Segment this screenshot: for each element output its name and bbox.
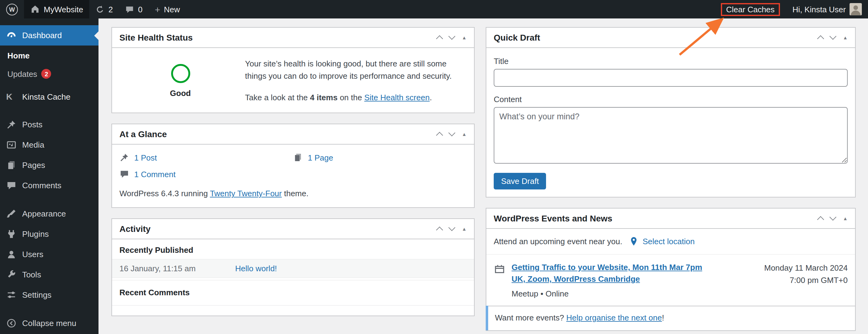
dashboard-content: Site Health Status Good Y: [98, 19, 868, 334]
comments-count-link[interactable]: 1 Comment: [134, 170, 176, 179]
widget-controls: [818, 215, 848, 222]
toggle-panel-button[interactable]: [462, 35, 467, 40]
widget-title: At a Glance: [119, 130, 167, 139]
glance-comments: 1 Comment: [119, 169, 293, 179]
events-news-body: Attend an upcoming event near you. Selec…: [486, 229, 855, 330]
move-up-button[interactable]: [817, 35, 824, 42]
sidebar-item-kinsta-cache[interactable]: K Kinsta Cache: [0, 87, 98, 106]
home-icon: [30, 4, 40, 14]
plugin-icon: [6, 229, 17, 239]
page-icon: [293, 153, 303, 163]
sidebar-item-home[interactable]: Home: [0, 47, 98, 65]
at-a-glance-header: At a Glance: [112, 125, 474, 145]
cta-text: on the: [338, 93, 365, 102]
sidebar-item-collapse-menu[interactable]: Collapse menu: [0, 313, 98, 333]
posts-count-link[interactable]: 1 Post: [134, 153, 157, 162]
theme-link[interactable]: Twenty Twenty-Four: [210, 189, 282, 198]
draft-title-input[interactable]: [494, 69, 848, 87]
settings-sliders-icon: [6, 290, 17, 300]
sidebar-item-appearance[interactable]: Appearance: [0, 204, 98, 224]
widget-controls: [437, 131, 467, 138]
wp-logo-menu[interactable]: W: [0, 0, 24, 19]
my-account-menu[interactable]: Hi, Kinsta User: [786, 0, 868, 19]
wordpress-logo-icon: W: [6, 3, 18, 15]
toggle-panel-button[interactable]: [843, 35, 848, 40]
content-label: Content: [494, 95, 848, 104]
version-text: theme.: [282, 189, 309, 198]
health-cta: Take a look at the 4 items on the Site H…: [245, 92, 462, 104]
new-content-menu[interactable]: New: [149, 0, 186, 19]
sidebar-item-tools[interactable]: Tools: [0, 265, 98, 285]
clear-caches-button[interactable]: Clear Caches: [726, 5, 775, 14]
move-down-button[interactable]: [830, 33, 837, 40]
plus-icon: [155, 5, 160, 14]
move-down-button[interactable]: [448, 225, 456, 232]
activity-header: Activity: [112, 219, 474, 240]
draft-content-textarea[interactable]: [494, 107, 848, 164]
move-down-button[interactable]: [448, 130, 456, 137]
move-up-button[interactable]: [436, 132, 443, 139]
widget-title: WordPress Events and News: [494, 213, 612, 223]
post-title-link[interactable]: Hello world!: [235, 264, 277, 273]
new-label: New: [164, 5, 180, 14]
comments-icon: [6, 180, 17, 191]
comment-bubble-icon: [119, 169, 129, 179]
move-up-button[interactable]: [817, 216, 824, 223]
toggle-panel-button[interactable]: [843, 215, 848, 221]
sidebar-item-label: Plugins: [22, 229, 49, 239]
annotation-highlight-box: Clear Caches: [720, 3, 780, 16]
health-status-label: Good: [170, 89, 191, 98]
sidebar-item-users[interactable]: Users: [0, 244, 98, 265]
widget-controls: [437, 34, 467, 41]
sidebar-item-label: Settings: [22, 290, 52, 300]
footer-accent-bar: [486, 305, 488, 330]
toggle-panel-button[interactable]: [462, 226, 467, 232]
move-down-button[interactable]: [830, 214, 837, 221]
activity-body: Recently Published 16 January, 11:15 am …: [112, 240, 474, 316]
pushpin-icon: [6, 119, 17, 130]
help-organise-link[interactable]: Help organise the next one: [566, 313, 662, 322]
published-post-row: 16 January, 11:15 am Hello world!: [112, 259, 474, 278]
sidebar-item-label: Media: [22, 140, 44, 149]
pages-count-link[interactable]: 1 Page: [308, 153, 333, 162]
toggle-panel-button[interactable]: [462, 132, 467, 137]
comments-menu[interactable]: 0: [119, 0, 149, 19]
move-down-button[interactable]: [448, 33, 456, 40]
sidebar-item-label: Pages: [22, 161, 45, 170]
user-avatar: [849, 3, 862, 15]
at-a-glance-body: 1 Post 1 Page: [112, 145, 474, 208]
move-up-button[interactable]: [436, 35, 443, 42]
site-name-label: MyWebsite: [44, 5, 83, 14]
sidebar-item-posts[interactable]: Posts: [0, 114, 98, 135]
event-datetime: Monday 11 March 2024 7:00 pm GMT+0: [764, 262, 848, 298]
submenu-label: Home: [7, 51, 30, 60]
health-good-circle-icon: [171, 64, 190, 83]
sidebar-item-media[interactable]: Media: [0, 135, 98, 155]
sidebar-item-settings[interactable]: Settings: [0, 285, 98, 305]
site-name-menu[interactable]: MyWebsite: [24, 0, 89, 19]
menu-separator: [0, 305, 98, 313]
move-up-button[interactable]: [436, 227, 443, 234]
cta-text: Take a look at the: [245, 93, 310, 102]
dashboard-column-right: Quick Draft Title Content: [486, 27, 856, 334]
site-health-header: Site Health Status: [112, 28, 474, 48]
sidebar-item-pages[interactable]: Pages: [0, 155, 98, 175]
sidebar-item-dashboard[interactable]: Dashboard: [0, 25, 98, 45]
active-item-arrow: [90, 31, 98, 40]
select-location-link[interactable]: Select location: [643, 237, 695, 246]
save-draft-button[interactable]: Save Draft: [494, 173, 546, 190]
sidebar-item-label: Collapse menu: [22, 319, 76, 328]
sidebar-item-updates[interactable]: Updates 2: [0, 65, 98, 83]
widget-title: Activity: [119, 224, 151, 234]
sidebar-item-plugins[interactable]: Plugins: [0, 224, 98, 244]
updates-menu[interactable]: 2: [89, 0, 119, 19]
calendar-icon: [494, 262, 505, 298]
event-time: 7:00 pm GMT+0: [764, 274, 848, 287]
sidebar-item-comments[interactable]: Comments: [0, 175, 98, 196]
site-health-screen-link[interactable]: Site Health screen: [364, 93, 429, 102]
event-title-link[interactable]: Getting Traffic to your Website, Mon 11t…: [512, 262, 716, 285]
sidebar-item-label: Comments: [22, 181, 62, 190]
comment-bubble-icon: [125, 5, 134, 14]
submenu-label: Updates: [7, 69, 37, 78]
title-label: Title: [494, 57, 848, 66]
